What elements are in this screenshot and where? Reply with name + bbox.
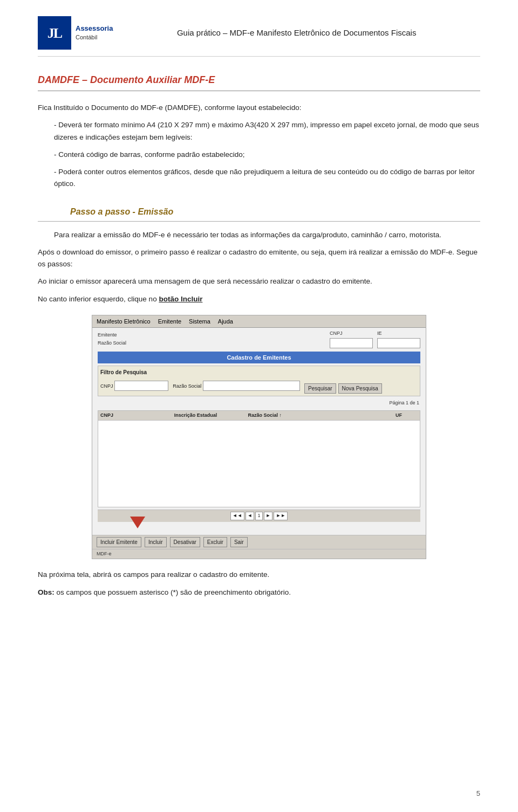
menu-item-emitente: Emitente — [158, 317, 181, 326]
footer-note2: Obs: os campos que possuem asterisco (*)… — [38, 587, 480, 598]
screenshot-form-title: Cadastro de Emitentes — [98, 352, 420, 364]
subsection-title: Passo a passo - Emissão — [38, 205, 480, 222]
menu-item-ajuda: Ajuda — [218, 317, 233, 326]
screenshot-pesquisar-btn: Pesquisar — [304, 383, 336, 394]
screenshot-incluir-emitente-btn: Incluir Emitente — [97, 537, 141, 547]
section-title: DAMDFE – Documento Auxiliar MDF-E — [38, 73, 480, 91]
screenshot-statusbar: MDF-e — [92, 549, 426, 559]
screenshot-bottom-bar: Incluir Emitente Incluir Desativar Exclu… — [92, 535, 426, 549]
screenshot-sair-btn: Sair — [230, 537, 248, 547]
page-header: JL Assessoria Contábil Guia prático – MD… — [38, 16, 480, 57]
step1-text: Para realizar a emissão do MDF-e é neces… — [38, 229, 480, 241]
body-bullet1: - Deverá ter formato mínimo A4 (210 X 29… — [38, 119, 480, 143]
menu-item-sistema: Sistema — [189, 317, 210, 326]
header-title: Guia prático – MDF-e Manifesto Eletrônic… — [113, 27, 480, 39]
menu-item-manifesto: Manifesto Eletrônico — [97, 317, 151, 326]
page-number: 5 — [476, 788, 480, 799]
screenshot-desativar-btn: Desativar — [170, 537, 200, 547]
body-intro: Fica Instituído o Documento do MDF-e (DA… — [38, 102, 480, 114]
screenshot-incluir-btn: Incluir — [145, 537, 167, 547]
screenshot-excluir-btn: Excluir — [203, 537, 227, 547]
step4-text: No canto inferior esquerdo, clique no bo… — [38, 293, 480, 305]
body-bullet3: - Poderá conter outros elementos gráfico… — [38, 166, 480, 190]
footer-note1: Na próxima tela, abrirá os campos para r… — [38, 569, 480, 581]
step2-text: Após o download do emissor, o primeiro p… — [38, 246, 480, 271]
screenshot-filter: Filtro de Pesquisa CNPJ Razão Social Pes… — [98, 366, 420, 396]
screenshot-table: CNPJ Inscrição Estadual Razão Social ↑ U… — [98, 410, 420, 508]
screenshot-image: Manifesto Eletrônico Emitente Sistema Aj… — [92, 315, 426, 560]
screenshot-table-body — [98, 421, 420, 507]
logo-box: JL Assessoria Contábil — [38, 16, 113, 50]
screenshot-nova-btn: Nova Pesquisa — [338, 383, 382, 394]
page: JL Assessoria Contábil Guia prático – MD… — [0, 0, 518, 812]
screenshot-top-fields: Emitente Razão Social CNPJ IE — [92, 328, 426, 350]
body-bullet2: - Conterá código de barras, conforme pad… — [38, 149, 480, 161]
step3-text: Ao iniciar o emissor aparecerá uma mensa… — [38, 276, 480, 287]
logo-jl-icon: JL — [38, 16, 71, 50]
screenshot-menubar: Manifesto Eletrônico Emitente Sistema Aj… — [92, 315, 426, 328]
logo-text: Assessoria Contábil — [76, 24, 113, 42]
